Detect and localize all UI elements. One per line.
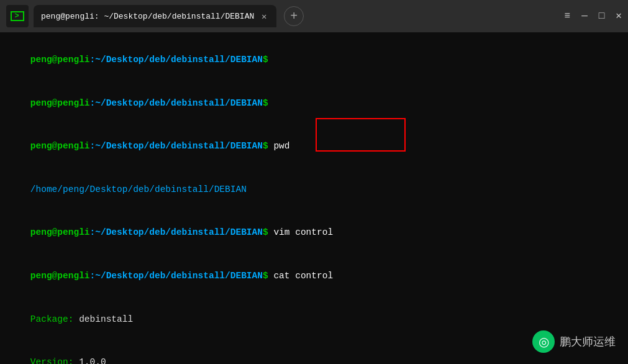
minimize-button[interactable]: — xyxy=(581,11,588,21)
prompt-path: :~/Desktop/deb/debinstall/DEBIAN xyxy=(90,141,263,151)
terminal-logo xyxy=(11,11,24,21)
tab-label: peng@pengli: ~/Desktop/deb/debinstall/DE… xyxy=(41,12,254,21)
terminal-line: peng@pengli:~/Desktop/deb/debinstall/DEB… xyxy=(9,211,619,255)
prompt-user: peng@pengli xyxy=(30,271,90,281)
prompt-dollar: $ xyxy=(263,98,268,108)
prompt-path: :~/Desktop/deb/debinstall/DEBIAN xyxy=(90,55,263,65)
tab-close-button[interactable]: ✕ xyxy=(259,11,269,21)
terminal-output-line: /home/peng/Desktop/deb/debinstall/DEBIAN xyxy=(9,168,619,212)
terminal-area[interactable]: peng@pengli:~/Desktop/deb/debinstall/DEB… xyxy=(0,32,628,364)
watermark: ◎ 鹏大师运维 xyxy=(532,330,616,353)
close-button[interactable]: ✕ xyxy=(616,11,622,21)
field-value: 1.0.0 xyxy=(79,357,106,364)
prompt-path: :~/Desktop/deb/debinstall/DEBIAN xyxy=(90,271,263,281)
new-tab-button[interactable]: + xyxy=(284,6,304,26)
window-controls: ≡ — □ ✕ xyxy=(565,11,622,21)
prompt-path: :~/Desktop/deb/debinstall/DEBIAN xyxy=(90,98,263,108)
prompt-dollar: $ xyxy=(263,141,268,151)
command-text: vim control xyxy=(268,227,333,237)
titlebar: peng@pengli: ~/Desktop/deb/debinstall/DE… xyxy=(0,0,628,32)
field-label: Package: xyxy=(30,314,79,324)
field-value: debinstall xyxy=(79,314,133,324)
command-text: pwd xyxy=(268,141,290,151)
prompt-user: peng@pengli xyxy=(30,227,90,237)
terminal-output-line: Version: 1.0.0 xyxy=(9,341,619,364)
prompt-dollar: $ xyxy=(263,227,268,237)
app-icon xyxy=(6,5,29,27)
watermark-text: 鹏大师运维 xyxy=(560,334,616,349)
wechat-symbol: ◎ xyxy=(539,334,549,349)
maximize-button[interactable]: □ xyxy=(599,11,605,21)
terminal-line: peng@pengli:~/Desktop/deb/debinstall/DEB… xyxy=(9,255,619,298)
hamburger-button[interactable]: ≡ xyxy=(565,11,571,21)
output-path: /home/peng/Desktop/deb/debinstall/DEBIAN xyxy=(30,184,247,194)
field-label: Version: xyxy=(30,357,79,364)
prompt-user: peng@pengli xyxy=(30,55,90,65)
prompt-user: peng@pengli xyxy=(30,141,90,151)
prompt-dollar: $ xyxy=(263,271,268,281)
wechat-icon: ◎ xyxy=(532,330,555,353)
terminal-line: peng@pengli:~/Desktop/deb/debinstall/DEB… xyxy=(9,39,619,82)
prompt-dollar: $ xyxy=(263,55,268,65)
terminal-line: peng@pengli:~/Desktop/deb/debinstall/DEB… xyxy=(9,125,619,168)
terminal-line: peng@pengli:~/Desktop/deb/debinstall/DEB… xyxy=(9,82,619,125)
prompt-path: :~/Desktop/deb/debinstall/DEBIAN xyxy=(90,227,263,237)
prompt-user: peng@pengli xyxy=(30,98,90,108)
terminal-tab[interactable]: peng@pengli: ~/Desktop/deb/debinstall/DE… xyxy=(34,5,276,27)
terminal-output-line: Package: debinstall xyxy=(9,298,619,341)
command-text: cat control xyxy=(268,271,333,281)
